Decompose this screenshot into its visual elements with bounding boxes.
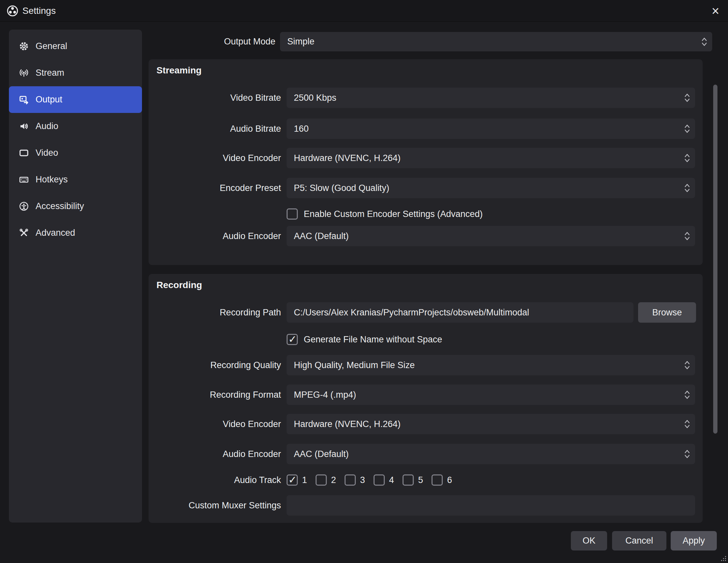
video-bitrate-value: 2500 Kbps: [294, 93, 336, 103]
audio-track-5-label: 5: [418, 475, 423, 485]
recording-quality-label: Recording Quality: [149, 355, 281, 375]
generate-filename-checkbox[interactable]: [287, 334, 298, 345]
audio-track-3-checkbox[interactable]: [345, 474, 356, 486]
close-button[interactable]: ×: [706, 0, 725, 22]
sidebar-item-label: Accessibility: [36, 201, 84, 211]
audio-track-6: 6: [432, 474, 452, 486]
cancel-button[interactable]: Cancel: [612, 531, 666, 550]
enable-custom-encoder-checkbox[interactable]: [287, 209, 298, 220]
spinner-arrows-icon[interactable]: [684, 389, 690, 400]
window-title: Settings: [22, 6, 56, 16]
audio-track-1-checkbox[interactable]: [287, 474, 298, 486]
sidebar-item-label: Hotkeys: [36, 175, 68, 185]
close-icon: ×: [712, 4, 719, 17]
recording-format-label: Recording Format: [149, 384, 281, 405]
spinner-arrows-icon[interactable]: [684, 359, 690, 371]
video-bitrate-spinbox[interactable]: 2500 Kbps: [287, 88, 695, 108]
audio-track-3: 3: [345, 474, 365, 486]
rec-audio-encoder-label: Audio Encoder: [149, 444, 281, 464]
rec-audio-encoder-value: AAC (Default): [294, 449, 349, 459]
output-mode-value: Simple: [287, 37, 315, 47]
sidebar-item-advanced[interactable]: Advanced: [9, 220, 142, 246]
spinner-arrows-icon[interactable]: [684, 448, 690, 460]
custom-muxer-input[interactable]: [287, 495, 695, 516]
sidebar-item-label: Stream: [36, 68, 64, 78]
spinner-arrows-icon[interactable]: [684, 231, 690, 242]
sidebar-item-label: Audio: [36, 121, 58, 131]
audio-track-label: Audio Track: [149, 470, 281, 490]
enable-custom-encoder-row: Enable Custom Encoder Settings (Advanced…: [287, 204, 483, 224]
spinner-arrows-icon[interactable]: [701, 36, 708, 47]
output-mode-select[interactable]: Simple: [280, 32, 712, 51]
audio-track-3-label: 3: [360, 475, 365, 485]
recording-quality-select[interactable]: High Quality, Medium File Size: [287, 355, 695, 375]
audio-track-6-checkbox[interactable]: [432, 474, 443, 486]
generate-filename-row: Generate File Name without Space: [287, 329, 442, 350]
sidebar-item-video[interactable]: Video: [9, 140, 142, 166]
recording-path-label: Recording Path: [149, 302, 281, 323]
recording-quality-value: High Quality, Medium File Size: [294, 360, 415, 370]
stream-audio-encoder-value: AAC (Default): [294, 231, 349, 241]
stream-audio-encoder-select[interactable]: AAC (Default): [287, 226, 695, 246]
sidebar-item-label: Video: [36, 148, 58, 158]
stream-audio-encoder-label: Audio Encoder: [149, 226, 281, 246]
encoder-preset-label: Encoder Preset: [149, 178, 281, 198]
audio-track-row: 1 2 3 4 5 6: [287, 470, 452, 490]
audio-track-1-label: 1: [302, 475, 307, 485]
sidebar-item-general[interactable]: General: [9, 33, 142, 60]
recording-path-input[interactable]: C:/Users/Alex Kranias/PycharmProjects/ob…: [287, 302, 633, 323]
enable-custom-encoder-label: Enable Custom Encoder Settings (Advanced…: [304, 209, 483, 219]
scrollbar-thumb[interactable]: [713, 85, 717, 434]
audio-track-2-label: 2: [331, 475, 336, 485]
display-icon: [19, 148, 29, 158]
encoder-preset-value: P5: Slow (Good Quality): [294, 183, 389, 193]
recording-section-title: Recording: [156, 280, 202, 290]
custom-muxer-label: Custom Muxer Settings: [149, 495, 281, 516]
stream-video-encoder-select[interactable]: Hardware (NVENC, H.264): [287, 148, 695, 168]
audio-track-6-label: 6: [447, 475, 452, 485]
spinner-arrows-icon[interactable]: [684, 123, 690, 134]
sidebar-item-accessibility[interactable]: Accessibility: [9, 193, 142, 220]
output-mode-label: Output Mode: [142, 32, 275, 51]
rec-video-encoder-select[interactable]: Hardware (NVENC, H.264): [287, 414, 695, 434]
ok-button[interactable]: OK: [571, 531, 607, 550]
sidebar-item-label: Output: [36, 95, 62, 105]
broadcast-icon: [19, 68, 29, 78]
spinner-arrows-icon[interactable]: [684, 92, 690, 103]
audio-track-5-checkbox[interactable]: [403, 474, 414, 486]
streaming-section-title: Streaming: [156, 65, 202, 76]
generate-filename-label: Generate File Name without Space: [304, 334, 442, 345]
recording-format-select[interactable]: MPEG-4 (.mp4): [287, 384, 695, 405]
encoder-preset-select[interactable]: P5: Slow (Good Quality): [287, 178, 695, 198]
rec-audio-encoder-select[interactable]: AAC (Default): [287, 444, 695, 464]
sidebar-item-output[interactable]: Output: [9, 86, 142, 113]
audio-track-4-checkbox[interactable]: [374, 474, 385, 486]
obs-logo-icon: [7, 5, 18, 17]
audio-track-4: 4: [374, 474, 394, 486]
spinner-arrows-icon[interactable]: [684, 183, 690, 194]
audio-track-2-checkbox[interactable]: [316, 474, 327, 486]
audio-bitrate-select[interactable]: 160: [287, 119, 695, 139]
accessibility-icon: [19, 201, 29, 211]
audio-track-1: 1: [287, 474, 307, 486]
browse-button[interactable]: Browse: [638, 302, 696, 323]
keyboard-icon: [19, 175, 29, 185]
video-bitrate-label: Video Bitrate: [149, 88, 281, 108]
speaker-icon: [19, 121, 29, 131]
spinner-arrows-icon[interactable]: [684, 153, 690, 164]
sidebar-item-audio[interactable]: Audio: [9, 113, 142, 140]
recording-path-value: C:/Users/Alex Kranias/PycharmProjects/ob…: [294, 307, 529, 318]
spinner-arrows-icon[interactable]: [684, 418, 690, 430]
tools-icon: [19, 228, 29, 238]
titlebar: Settings ×: [0, 0, 728, 22]
audio-bitrate-value: 160: [294, 124, 309, 134]
gear-icon: [19, 41, 29, 51]
resize-grip[interactable]: [720, 555, 727, 562]
sidebar-item-stream[interactable]: Stream: [9, 60, 142, 86]
stream-video-encoder-label: Video Encoder: [149, 148, 281, 168]
apply-button[interactable]: Apply: [671, 531, 717, 550]
audio-track-4-label: 4: [389, 475, 394, 485]
sidebar-item-hotkeys[interactable]: Hotkeys: [9, 166, 142, 193]
sidebar-item-label: Advanced: [36, 228, 75, 238]
settings-sidebar: General Stream Output Audio Video: [9, 30, 142, 522]
